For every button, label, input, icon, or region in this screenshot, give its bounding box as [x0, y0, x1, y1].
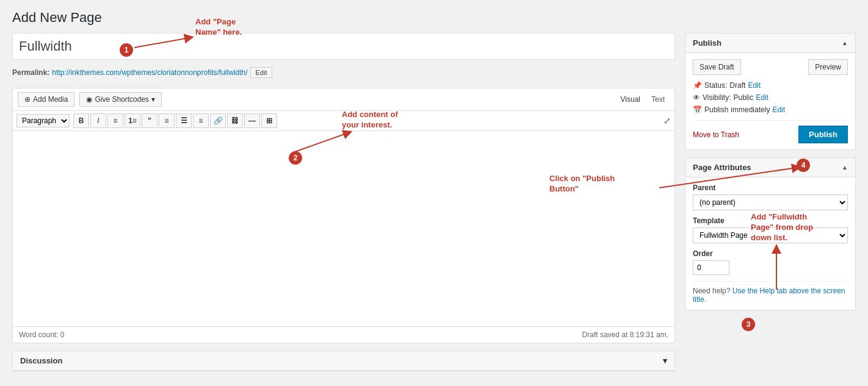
- ordered-list-button[interactable]: 1≡: [125, 113, 140, 128]
- editor-footer: Word count: 0 Draft saved at 8:19:31 am.: [13, 326, 675, 343]
- help-text: Need help? Use the Help tab above the sc…: [693, 281, 848, 304]
- status-row: 📌 Status: Draft Edit: [693, 81, 848, 90]
- publish-footer: Move to Trash Publish: [693, 120, 848, 143]
- discussion-title: Discussion: [20, 356, 62, 365]
- template-select[interactable]: Fullwidth Page: [693, 227, 848, 243]
- parent-label: Parent: [693, 184, 848, 192]
- visibility-value: Public: [733, 93, 753, 102]
- template-field: Template Fullwidth Page: [693, 216, 848, 243]
- visibility-row: 👁 Visibility: Public Edit: [693, 93, 848, 102]
- move-to-trash-link[interactable]: Move to Trash: [693, 130, 739, 139]
- word-count: Word count: 0: [19, 331, 65, 339]
- blockquote-button[interactable]: ": [142, 113, 157, 128]
- permalink-url[interactable]: http://inkthemes.com/wpthemes/cloriatonn…: [52, 68, 247, 77]
- shortcodes-icon: ◉: [86, 95, 92, 104]
- table-button[interactable]: ⊞: [261, 113, 277, 128]
- page-title: Add New Page: [12, 10, 856, 26]
- visibility-edit-link[interactable]: Edit: [756, 93, 769, 102]
- publish-time-label: Publish: [704, 105, 728, 114]
- edit-permalink-button[interactable]: Edit: [250, 67, 273, 78]
- italic-button[interactable]: I: [90, 113, 106, 128]
- status-value: Draft: [729, 81, 745, 90]
- publish-toggle-icon: ▲: [842, 40, 848, 46]
- tab-text[interactable]: Text: [646, 94, 670, 105]
- parent-field: Parent (no parent): [693, 184, 848, 210]
- editor-top-bar: ⊕ Add Media ◉ Give Shortcodes ▾ Visual T…: [13, 88, 675, 111]
- order-input[interactable]: [693, 260, 729, 275]
- order-label: Order: [693, 249, 848, 258]
- bold-button[interactable]: B: [73, 113, 89, 128]
- draft-saved-status: Draft saved at 8:19:31 am.: [582, 331, 668, 339]
- unordered-list-button[interactable]: ≡: [107, 113, 123, 128]
- permalink-label: Permalink:: [12, 68, 49, 77]
- visibility-icon: 👁: [693, 93, 700, 102]
- status-label: Status:: [704, 81, 727, 90]
- page-name-input[interactable]: [12, 33, 675, 60]
- discussion-toggle-icon: ▾: [663, 356, 667, 365]
- add-media-button[interactable]: ⊕ Add Media: [18, 92, 74, 107]
- permalink-row: Permalink: http://inkthemes.com/wpthemes…: [12, 65, 675, 80]
- discussion-box: Discussion ▾: [12, 351, 675, 371]
- status-edit-link[interactable]: Edit: [748, 81, 761, 90]
- page-attributes-box: Page Attributes ▲ Parent (no parent) Tem…: [685, 157, 856, 310]
- order-field: Order: [693, 249, 848, 275]
- publish-time-row: 📅 Publish immediately Edit: [693, 105, 848, 114]
- sidebar: Publish ▲ Save Draft Preview 📌 Status: D…: [685, 33, 856, 318]
- format-toolbar: Paragraph B I ≡ 1≡ " ≡ ☰ ≡ 🔗 ⛓ — ⊞ ⤢: [13, 111, 675, 131]
- editor-wrapper: ⊕ Add Media ◉ Give Shortcodes ▾ Visual T…: [12, 88, 675, 343]
- parent-select[interactable]: (no parent): [693, 195, 848, 210]
- preview-button[interactable]: Preview: [808, 59, 848, 75]
- publish-time-icon: 📅: [693, 105, 702, 114]
- publish-box: Publish ▲ Save Draft Preview 📌 Status: D…: [685, 33, 856, 150]
- page-attributes-header: Page Attributes ▲: [685, 158, 855, 177]
- publish-box-header: Publish ▲: [685, 34, 855, 53]
- discussion-header[interactable]: Discussion ▾: [13, 351, 675, 371]
- align-left-button[interactable]: ≡: [159, 113, 175, 128]
- media-icon: ⊕: [24, 95, 31, 104]
- template-label: Template: [693, 216, 848, 225]
- visibility-label: Visibility:: [703, 93, 731, 102]
- editor-body[interactable]: [13, 131, 675, 326]
- publish-button[interactable]: Publish: [798, 126, 848, 143]
- dropdown-arrow-icon: ▾: [151, 95, 155, 104]
- publish-time-value: immediately: [731, 105, 770, 114]
- unlink-button[interactable]: ⛓: [227, 113, 243, 128]
- give-shortcodes-button[interactable]: ◉ Give Shortcodes ▾: [79, 92, 162, 107]
- align-center-button[interactable]: ☰: [176, 113, 192, 128]
- publish-time-edit-link[interactable]: Edit: [772, 105, 785, 114]
- attributes-toggle-icon: ▲: [842, 164, 848, 171]
- page-attributes-body: Parent (no parent) Template Fullwidth Pa…: [685, 177, 855, 310]
- expand-editor-button[interactable]: ⤢: [664, 116, 671, 126]
- insert-readmore-button[interactable]: —: [244, 113, 260, 128]
- format-select[interactable]: Paragraph: [16, 114, 70, 127]
- status-icon: 📌: [693, 81, 702, 90]
- save-draft-button[interactable]: Save Draft: [693, 59, 741, 75]
- link-button[interactable]: 🔗: [210, 113, 226, 128]
- publish-box-body: Save Draft Preview 📌 Status: Draft Edit …: [685, 53, 855, 149]
- tab-visual[interactable]: Visual: [616, 94, 645, 105]
- align-right-button[interactable]: ≡: [193, 113, 209, 128]
